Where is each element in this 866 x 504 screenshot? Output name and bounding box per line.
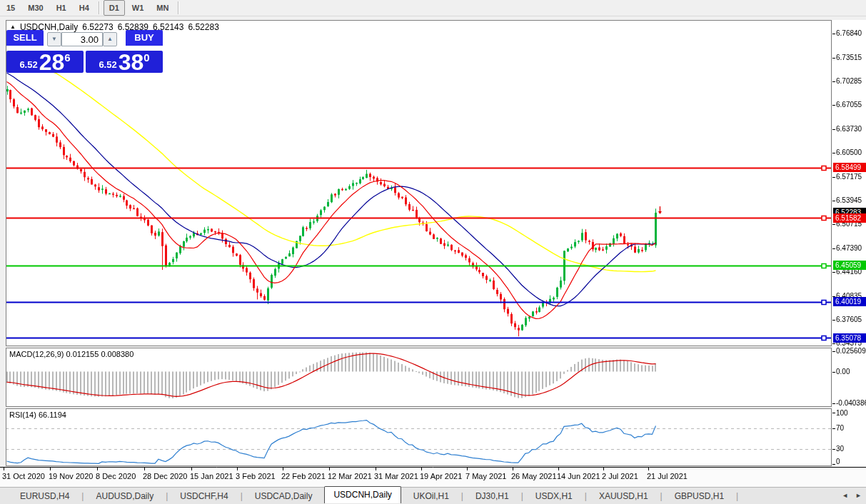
buy-button[interactable]: BUY [126, 30, 163, 48]
price-tick-label: 6.53945 [836, 196, 866, 205]
buy-price-small: 6.52 [99, 59, 116, 70]
macd-tick-label: 0.00 [836, 368, 866, 376]
rsi-tick-label: 70 [836, 424, 866, 433]
tab-separator: | [461, 491, 463, 501]
date-tick-label: 19 Nov 2020 [49, 472, 93, 480]
date-tick-label: 15 Jan 2021 [190, 472, 233, 480]
price-tick-label: 6.63730 [836, 125, 866, 133]
tab-scroll-left-icon[interactable]: ◄ [842, 492, 848, 499]
quote-close: 6.52283 [188, 22, 218, 32]
sell-price-big: 28 [39, 51, 65, 73]
buy-price-big: 38 [119, 51, 144, 73]
date-tick-label: 19 Apr 2021 [420, 472, 462, 480]
timeframe-button-h4[interactable]: H4 [74, 0, 95, 16]
rsi-label: RSI(14) 66.1194 [9, 410, 66, 419]
chart-tab-xauusd[interactable]: XAUUSD,H1 [592, 489, 655, 503]
date-tick-label: 8 Dec 2020 [96, 472, 136, 480]
hline-price-label: 6.40019 [833, 297, 866, 306]
triangle-up-icon: ▲ [107, 36, 113, 42]
date-tick-label: 7 May 2021 [465, 472, 506, 480]
toolbar-separator [99, 1, 100, 14]
date-tick-label: 26 May 2021 [511, 472, 557, 480]
buy-price-box[interactable]: 6.52 38 0 [86, 51, 163, 73]
chart-tab-eurusd[interactable]: EURUSD,H4 [13, 489, 76, 503]
tab-separator: | [166, 491, 168, 501]
sell-button[interactable]: SELL [6, 30, 44, 48]
price-tick-label: 6.67055 [836, 101, 866, 109]
date-tick-label: 3 Feb 2021 [236, 472, 276, 480]
price-tick-label: 6.57175 [836, 173, 866, 181]
timeframe-button-mn[interactable]: MN [151, 0, 174, 16]
buy-price-sup: 0 [144, 51, 149, 64]
chart-tab-usdcnh[interactable]: USDCNH,Daily [324, 486, 401, 503]
volume-increase-button[interactable]: ▲ [103, 32, 117, 46]
date-tick-label: 31 Mar 2021 [374, 472, 418, 480]
toolbar-separator [178, 1, 179, 14]
volume-input[interactable] [61, 32, 103, 46]
chart-tab-dj30[interactable]: DJ30,H1 [468, 489, 516, 503]
price-tick-label: 6.70285 [836, 77, 866, 86]
tab-separator: | [241, 491, 243, 501]
date-tick-label: 14 Jun 2021 [557, 472, 600, 480]
macd-tick-label: -0.040386 [836, 399, 866, 408]
hline-price-label: 6.51582 [833, 213, 866, 223]
date-tick-label: 21 Jul 2021 [647, 472, 688, 480]
one-click-trading-widget: SELL ▼ ▲ BUY 6.52 28 6 6.52 38 0 [6, 30, 163, 73]
hline-price-label: 6.35078 [833, 333, 866, 343]
tab-separator: | [736, 491, 738, 501]
sell-price-sup: 6 [64, 51, 70, 64]
chart-tab-usdchf[interactable]: USDCHF,H4 [173, 489, 235, 503]
tab-scroll-right-icon[interactable]: ► [855, 492, 862, 499]
date-tick-label: 2 Jul 2021 [602, 472, 638, 480]
timeframe-button-h1[interactable]: H1 [51, 0, 72, 16]
chart-tab-bar: EURUSD,H4|AUDUSD,Daily|USDCHF,H4|USDCAD,… [0, 487, 866, 504]
date-tick-label: 22 Feb 2021 [281, 472, 326, 480]
macd-label: MACD(12,26,9) 0.012155 0.008380 [9, 350, 134, 358]
rsi-tick-label: 30 [836, 445, 866, 453]
hline-price-label: 6.45059 [833, 261, 866, 270]
date-tick-label: 28 Dec 2020 [143, 472, 187, 480]
chart-tab-ukoil[interactable]: UKOil,H1 [406, 489, 456, 503]
price-chart-canvas[interactable] [0, 0, 866, 504]
timeframe-button-d1[interactable]: D1 [104, 0, 125, 16]
price-tick-label: 6.37605 [836, 316, 866, 324]
volume-decrease-button[interactable]: ▼ [47, 32, 61, 46]
timeframe-button-15[interactable]: 15 [1, 0, 21, 16]
sell-price-small: 6.52 [19, 59, 37, 70]
macd-tick-label: 0.025609 [836, 347, 866, 356]
chart-tab-usdcad[interactable]: USDCAD,Daily [248, 489, 320, 503]
timeframe-toolbar: 15M30H1H4D1W1MN [0, 0, 866, 16]
price-tick-label: 6.47390 [836, 244, 866, 253]
tab-separator: | [585, 491, 587, 501]
sell-price-box[interactable]: 6.52 28 6 [6, 51, 84, 73]
rsi-tick-label: 0 [836, 458, 866, 466]
tab-separator: | [521, 491, 523, 501]
tab-separator: | [81, 491, 84, 501]
triangle-down-icon: ▼ [51, 36, 57, 42]
chart-tab-gbpusd[interactable]: GBPUSD,H1 [668, 489, 731, 503]
price-tick-label: 6.60500 [836, 148, 866, 157]
rsi-tick-label: 100 [836, 409, 866, 418]
price-tick-label: 6.76840 [836, 29, 866, 38]
price-tick-label: 6.73515 [836, 54, 866, 62]
chart-tab-audusd[interactable]: AUDUSD,Daily [89, 489, 161, 503]
chart-tab-usdx[interactable]: USDX,H1 [528, 489, 580, 503]
date-tick-label: 12 Mar 2021 [328, 472, 372, 480]
date-tick-label: 31 Oct 2020 [2, 472, 45, 480]
tab-separator: | [660, 491, 663, 501]
timeframe-button-w1[interactable]: W1 [126, 0, 150, 16]
hline-price-label: 6.58499 [833, 163, 866, 172]
timeframe-button-m30[interactable]: M30 [22, 0, 49, 16]
